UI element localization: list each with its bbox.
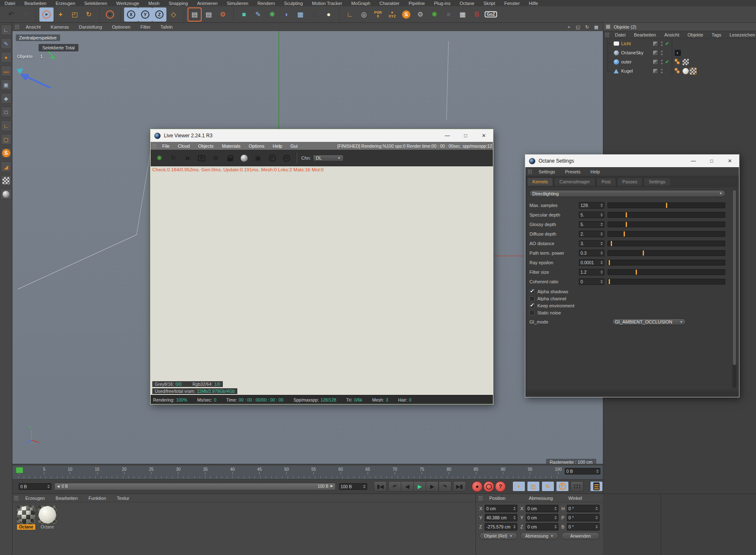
grip-icon[interactable] <box>14 496 19 501</box>
toolbar-add-mograph-icon[interactable]: ❋ <box>265 7 279 22</box>
close-button[interactable]: ✕ <box>721 155 739 167</box>
menubar-item-motion-tracker[interactable]: Motion Tracker <box>307 1 347 6</box>
toolbar-add-camera-icon[interactable]: ◉ <box>307 7 322 22</box>
keyframe-presets-button[interactable] <box>571 481 583 492</box>
lv-toolbar-refresh-render-icon[interactable]: ↻ <box>167 152 180 164</box>
toolbar-redo-icon[interactable]: ↷ <box>18 7 32 22</box>
spinner-arrows-icon[interactable] <box>600 223 603 226</box>
lv-menu-item-options[interactable]: Options <box>244 144 268 148</box>
toolbar-render-settings-icon[interactable]: ⚙ <box>216 7 230 22</box>
object-row-kugel[interactable]: Kugel <box>603 66 756 75</box>
grip-icon[interactable] <box>152 144 157 148</box>
goto-start-button[interactable]: ▮◀ <box>374 481 387 492</box>
toolbar-lock-z-axis-icon[interactable]: Z <box>152 7 166 22</box>
keep-environment-checkbox[interactable] <box>529 303 534 308</box>
prev-key-button[interactable]: ↶ <box>388 481 401 492</box>
spinner-arrows-icon[interactable] <box>47 485 50 488</box>
octane-material-tag-icon[interactable] <box>675 68 681 74</box>
maximize-button[interactable]: □ <box>456 129 475 142</box>
toolbar-octane-plugin-icon[interactable]: ❋ <box>427 7 441 22</box>
minimize-button[interactable]: — <box>438 129 456 142</box>
lv-toolbar-focus-picker-icon[interactable]: F <box>266 152 278 164</box>
size-y-input[interactable]: 0 cm <box>526 514 558 521</box>
slider-thumb[interactable] <box>624 231 625 236</box>
menubar-item-animieren[interactable]: Animieren <box>193 1 222 6</box>
minimize-button[interactable]: — <box>684 155 702 167</box>
menubar-item-pipeline[interactable]: Pipeline <box>404 1 429 6</box>
slider-thumb[interactable] <box>611 241 612 246</box>
visibility-dots-icon[interactable] <box>660 41 663 46</box>
left-toolbar-spline-pen-icon[interactable]: ✎ <box>1 38 12 49</box>
menubar-item-bearbeiten[interactable]: Bearbeiten <box>20 1 51 6</box>
slider-thumb[interactable] <box>609 260 610 265</box>
toolbar-xyz-transfer-icon[interactable]: ●XYZ <box>385 7 399 22</box>
autokeying-button[interactable]: ◯ <box>483 481 494 492</box>
scrollbar[interactable] <box>732 189 736 388</box>
toolbar-lock-y-axis-icon[interactable]: Y <box>138 7 152 22</box>
spinner-arrows-icon[interactable] <box>600 270 603 274</box>
alpha-channel-checkbox[interactable] <box>529 296 534 301</box>
angle-b-input[interactable]: 0 ° <box>567 523 600 531</box>
left-toolbar-model-mode-icon[interactable]: ▣ <box>1 79 12 90</box>
menubar-item-plug-ins[interactable]: Plug-ins <box>429 1 455 6</box>
lv-menu-item-gui[interactable]: Gui <box>286 144 302 148</box>
objects-menu-item-lesezeichen[interactable]: Lesezeichen <box>725 32 756 37</box>
spinner-arrows-icon[interactable] <box>513 507 516 510</box>
glossy-depth-input[interactable]: 5. <box>579 221 605 228</box>
slider-thumb[interactable] <box>666 203 667 208</box>
left-toolbar-polygon-cube-icon[interactable]: □ <box>1 107 12 117</box>
toolbar-solo-mode-icon[interactable]: ◎ <box>357 7 371 22</box>
tab-passes[interactable]: Passes <box>617 178 643 186</box>
menubar-item-sculpting[interactable]: Sculpting <box>280 1 307 6</box>
toolbar-undo-icon[interactable]: ↶ <box>4 7 18 22</box>
diffuse-depth-input[interactable]: 2. <box>579 231 605 237</box>
toolbar-bodypaint-icon[interactable]: B <box>470 7 484 22</box>
goto-end-button[interactable]: ▶▮ <box>453 481 466 492</box>
lv-toolbar-region-badge-icon[interactable]: R <box>195 152 208 164</box>
toolbar-rotate-tool-icon[interactable]: ↻ <box>82 7 96 22</box>
slider-thumb[interactable] <box>643 251 644 256</box>
specular-depth-input[interactable]: 5. <box>579 212 605 218</box>
viewport-menu-item-kameras[interactable]: Kameras <box>46 24 74 29</box>
viewport-menu-item-darstellung[interactable]: Darstellung <box>74 24 107 29</box>
viewport-corner-rotate-view-icon[interactable]: ↻ <box>584 24 590 30</box>
material-label[interactable]: Octane <box>38 524 56 530</box>
grip-icon[interactable] <box>15 24 20 29</box>
menubar-item-selektieren[interactable]: Selektieren <box>80 1 112 6</box>
visibility-dots-icon[interactable] <box>660 69 663 73</box>
range-right-arrow-icon[interactable]: ▶ <box>331 484 333 489</box>
octane-menu-item-presets[interactable]: Presets <box>560 169 585 174</box>
toolbar-psr-transfer-icon[interactable]: PSR0 <box>371 7 385 22</box>
spinner-arrows-icon[interactable] <box>513 525 516 528</box>
spinner-arrows-icon[interactable] <box>600 251 603 255</box>
grip-icon[interactable] <box>478 496 483 501</box>
objekt-rel-dropdown[interactable]: Objekt (Rel)▼ <box>479 532 517 540</box>
kernel-type-dropdown[interactable]: Directlighting▼ <box>529 190 725 197</box>
poly-object-icon[interactable] <box>612 69 620 73</box>
menubar-item-snapping[interactable]: Snapping <box>164 1 193 6</box>
object-manager-titlebar[interactable]: Objekte (2) <box>603 23 756 31</box>
sky-object-icon[interactable] <box>612 50 620 56</box>
coherent-ratio-input[interactable]: 0 <box>579 278 605 285</box>
object-name[interactable]: outer <box>621 59 653 64</box>
glossy-depth-slider[interactable] <box>607 222 725 227</box>
enabled-check-icon[interactable]: ✔ <box>665 41 672 46</box>
spinner-arrows-icon[interactable] <box>554 516 557 519</box>
texture-tag-icon[interactable] <box>683 59 689 65</box>
materials-menu-item-erzeugen[interactable]: Erzeugen <box>20 496 50 501</box>
menubar-item-werkzeuge[interactable]: Werkzeuge <box>112 1 144 6</box>
objects-menu-item-objekte[interactable]: Objekte <box>683 32 707 37</box>
specular-depth-slider[interactable] <box>607 212 725 218</box>
toolbar-add-light-icon[interactable]: ● <box>322 7 336 22</box>
lv-menu-item-objects[interactable]: Objects <box>194 144 217 148</box>
prev-frame-button[interactable]: ◀ <box>401 481 414 492</box>
coherent-ratio-slider[interactable] <box>607 279 725 285</box>
channel-dropdown[interactable]: DL▼ <box>313 155 344 161</box>
spinner-arrows-icon[interactable] <box>596 470 599 473</box>
left-toolbar-smart-s-icon[interactable]: S <box>1 148 12 158</box>
toolbar-add-environment-icon[interactable]: ▦ <box>293 7 307 22</box>
size-x-input[interactable]: 0 cm <box>526 505 558 512</box>
toolbar-snap-grid-icon[interactable]: ▦ <box>456 7 470 22</box>
lv-toolbar-pick-ball-icon[interactable] <box>238 152 250 164</box>
left-toolbar-container-icon[interactable]: ▢ <box>1 134 12 145</box>
